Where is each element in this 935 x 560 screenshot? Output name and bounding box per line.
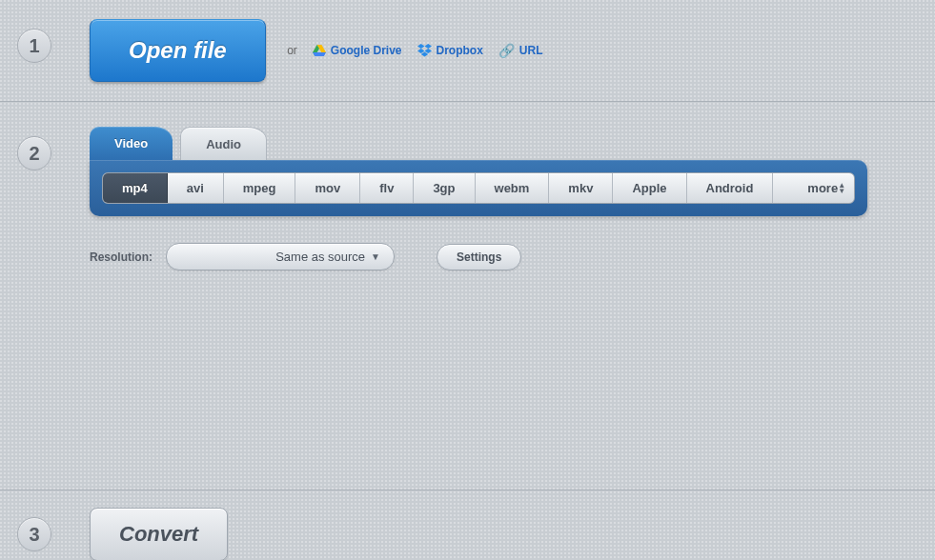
format-mov[interactable]: mov	[295, 173, 360, 203]
format-mkv[interactable]: mkv	[549, 173, 613, 203]
options-row: Resolution: Same as source ▼ Settings	[90, 243, 935, 270]
url-label: URL	[519, 44, 543, 57]
source-alternatives: or Google Drive Dropbox	[287, 43, 542, 58]
google-drive-label: Google Drive	[331, 44, 402, 57]
format-panel: mp4 avi mpeg mov flv 3gp webm mkv Apple …	[90, 160, 867, 216]
format-mpeg[interactable]: mpeg	[224, 173, 296, 203]
convert-button[interactable]: Convert	[90, 508, 228, 560]
resolution-dropdown[interactable]: Same as source ▼	[166, 243, 395, 270]
format-apple[interactable]: Apple	[613, 173, 686, 203]
dropbox-label: Dropbox	[437, 44, 483, 57]
format-webm[interactable]: webm	[476, 173, 550, 203]
step-badge-3: 3	[17, 517, 51, 551]
step-2-content: Video Audio mp4 avi mpeg mov flv 3gp web…	[90, 127, 935, 270]
step-2-section: 2 Video Audio mp4 avi mpeg mov flv 3gp w…	[0, 102, 935, 490]
step-badge-2: 2	[17, 136, 51, 170]
or-label: or	[287, 44, 297, 57]
format-mp4[interactable]: mp4	[103, 173, 168, 203]
url-link[interactable]: 🔗 URL	[498, 43, 543, 58]
chevron-down-icon: ▼	[371, 251, 380, 262]
stepper-icon: ▲▼	[838, 183, 845, 194]
format-bar: mp4 avi mpeg mov flv 3gp webm mkv Apple …	[102, 172, 855, 204]
tab-audio[interactable]: Audio	[180, 127, 267, 160]
step-3-content: Convert	[90, 508, 935, 560]
settings-button[interactable]: Settings	[437, 244, 521, 270]
format-flv[interactable]: flv	[360, 173, 414, 203]
format-more[interactable]: more ▲▼	[773, 173, 855, 203]
step-badge-1: 1	[17, 29, 51, 63]
dropbox-link[interactable]: Dropbox	[417, 44, 483, 57]
format-more-label: more	[807, 181, 838, 195]
format-android[interactable]: Android	[687, 173, 774, 203]
resolution-label: Resolution:	[90, 250, 152, 264]
step-1-section: 1 Open file or Google Drive	[0, 0, 935, 102]
svg-marker-5	[424, 44, 432, 49]
format-3gp[interactable]: 3gp	[414, 173, 475, 203]
resolution-value: Same as source	[275, 250, 365, 264]
link-icon: 🔗	[498, 43, 515, 58]
media-type-tabs: Video Audio	[90, 127, 935, 160]
step-3-section: 3 Convert	[0, 490, 935, 560]
google-drive-link[interactable]: Google Drive	[313, 44, 402, 57]
google-drive-icon	[313, 45, 326, 56]
step-1-content: Open file or Google Drive	[90, 19, 935, 82]
svg-marker-3	[313, 52, 326, 56]
format-avi[interactable]: avi	[168, 173, 224, 203]
open-file-button[interactable]: Open file	[90, 19, 266, 82]
dropbox-icon	[417, 44, 432, 57]
tab-video[interactable]: Video	[90, 127, 173, 160]
svg-marker-4	[417, 44, 425, 49]
